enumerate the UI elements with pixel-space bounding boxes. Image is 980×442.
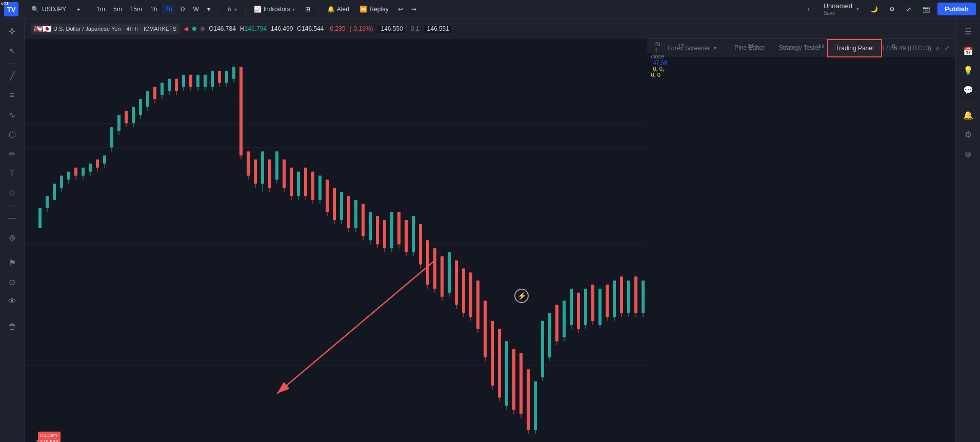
broker-value: ICMARKETS (144, 26, 176, 32)
indicators-btn[interactable]: 📈 Indicators ▾ (250, 4, 299, 15)
svg-rect-117 (455, 260, 458, 305)
candlestick-chart (25, 38, 647, 442)
timeframe-dropdown[interactable]: ▾ (204, 4, 213, 14)
svg-rect-45 (196, 75, 199, 87)
drawing-tools[interactable]: ≡ (4, 87, 21, 104)
svg-rect-39 (175, 79, 178, 91)
lock-tool[interactable]: ⊙ (4, 274, 21, 290)
timeframe-D[interactable]: D (177, 4, 188, 14)
svg-rect-99 (390, 212, 393, 248)
geometric-shapes-tool[interactable]: ⬡ (4, 126, 21, 143)
left-sidebar: ✜ ↖ ╱ ≡ ∿ ⬡ ✏ T ☺ — ⊕ ⚑ ⊙ 👁 🗑 (0, 19, 25, 442)
icmarkets-icon: ◀ (184, 25, 188, 32)
trading-panel-tab[interactable]: Trading Panel (827, 39, 882, 57)
svg-rect-79 (318, 176, 322, 200)
svg-rect-51 (218, 71, 221, 83)
account-dropdown-icon: ▾ (856, 6, 859, 12)
alert-btn[interactable]: 🔔 Alert (323, 4, 354, 15)
chart-canvas-area[interactable]: ⚡ (25, 38, 647, 442)
time-label-8: 8 (892, 43, 895, 49)
redo-btn[interactable]: ↪ (408, 4, 419, 15)
svg-rect-101 (397, 212, 401, 244)
sidebar-sep-3 (6, 250, 18, 250)
symbol-search[interactable]: 🔍 USDJPY (27, 4, 70, 15)
svg-rect-109 (426, 240, 429, 285)
svg-rect-151 (577, 293, 580, 329)
chat-sidebar-btn[interactable]: 💬 (960, 82, 976, 98)
layout-icon: ⤢ (906, 6, 911, 13)
svg-rect-93 (369, 212, 372, 240)
svg-rect-11 (74, 168, 77, 176)
toolbar-separator-4 (245, 4, 246, 14)
plus-icon: ＋ (75, 5, 82, 14)
expand-btn[interactable]: ⤢ (944, 45, 949, 52)
zoom-tool[interactable]: ⊕ (4, 229, 21, 246)
annotation-tool[interactable]: ✏ (4, 146, 21, 162)
replay-label: Replay (369, 6, 388, 13)
svg-rect-55 (232, 67, 235, 79)
forex-screener-dropdown: ▾ (714, 45, 716, 51)
close-value: 146.544 (302, 25, 324, 32)
svg-rect-61 (254, 159, 257, 184)
undo-btn[interactable]: ↩ (395, 4, 406, 15)
redo-icon: ↪ (411, 6, 416, 13)
timeframe-4h[interactable]: 4h (162, 4, 175, 14)
svg-rect-141 (541, 321, 544, 377)
forex-screener-btn[interactable]: Forex Screener ▾ (661, 39, 723, 57)
collapse-btn[interactable]: ∧ (935, 45, 940, 52)
settings-sidebar-btn[interactable]: ⚙ (960, 126, 976, 143)
top-toolbar: v11 TV 🔍 USDJPY ＋ 1m 5m 15m 1h 4h D W ▾ … (0, 0, 980, 19)
crosshair-tool[interactable]: ✜ (4, 23, 21, 39)
add-symbol-btn[interactable]: ＋ (72, 3, 85, 16)
svg-rect-167 (634, 276, 637, 313)
price-alt-pill: 146.551 (424, 24, 453, 33)
indicators-label: Indicators (264, 6, 290, 13)
replay-btn[interactable]: ⏪ Replay (355, 4, 392, 15)
timeframe-5m[interactable]: 5m (110, 4, 125, 14)
svg-rect-113 (441, 256, 444, 297)
alert-label: Alert (337, 6, 350, 13)
layout-btn[interactable]: ⤢ (902, 4, 915, 15)
timeframe-W[interactable]: W (190, 4, 202, 14)
chart-type-btn[interactable]: 🕯 ▾ (222, 4, 241, 15)
tradingview-logo[interactable]: v11 TV (4, 2, 18, 16)
timeframe-1h[interactable]: 1h (147, 4, 160, 14)
cursor-tool[interactable]: ↖ (4, 43, 21, 59)
ideas-sidebar-btn[interactable]: 💡 (960, 62, 976, 78)
svg-rect-3 (46, 196, 49, 208)
trash-tool[interactable]: 🗑 (4, 318, 21, 335)
svg-rect-71 (290, 168, 293, 196)
toolbar-separator-2 (89, 4, 89, 14)
watchlist-sidebar-btn[interactable]: ☰ (960, 23, 976, 39)
screenshot-btn[interactable]: 📷 (918, 4, 934, 15)
svg-rect-77 (311, 172, 314, 200)
magnet-tool[interactable]: ⚑ (4, 254, 21, 271)
settings-btn[interactable]: ⚙ (885, 4, 899, 15)
alerts-sidebar-btn[interactable]: 🔔 (960, 107, 976, 123)
svg-rect-13 (82, 168, 85, 176)
templates-btn[interactable]: ⊞ (301, 4, 314, 15)
measure-tool[interactable]: — (4, 210, 21, 226)
calendar-sidebar-btn[interactable]: 📅 (960, 43, 976, 59)
fibonacci-tool[interactable]: ∿ (4, 107, 21, 123)
svg-rect-43 (189, 75, 192, 87)
eye-tool[interactable]: 👁 (4, 293, 21, 310)
publish-button[interactable]: Publish (937, 3, 976, 15)
account-save: Save (824, 10, 835, 16)
logo-version: v11 (1, 1, 9, 6)
svg-rect-37 (168, 79, 171, 91)
timeframe-1m[interactable]: 1m (93, 4, 108, 14)
account-btn[interactable]: Unnamed Save ▾ (819, 1, 863, 17)
fullscreen-btn[interactable]: □ (804, 4, 816, 15)
trend-line-tool[interactable]: ╱ (4, 68, 21, 84)
svg-rect-105 (412, 216, 415, 252)
watchlist-btn[interactable]: 🌙 (866, 4, 882, 15)
text-tool[interactable]: T (4, 165, 21, 182)
undo-icon: ↩ (398, 6, 403, 13)
zoom-out-sidebar-btn[interactable]: ⊕ (960, 146, 976, 162)
svg-rect-67 (275, 151, 278, 179)
timeframe-15m[interactable]: 15m (127, 4, 145, 14)
svg-rect-145 (555, 305, 558, 341)
emoji-tool[interactable]: ☺ (4, 185, 21, 201)
svg-rect-1 (38, 208, 42, 228)
